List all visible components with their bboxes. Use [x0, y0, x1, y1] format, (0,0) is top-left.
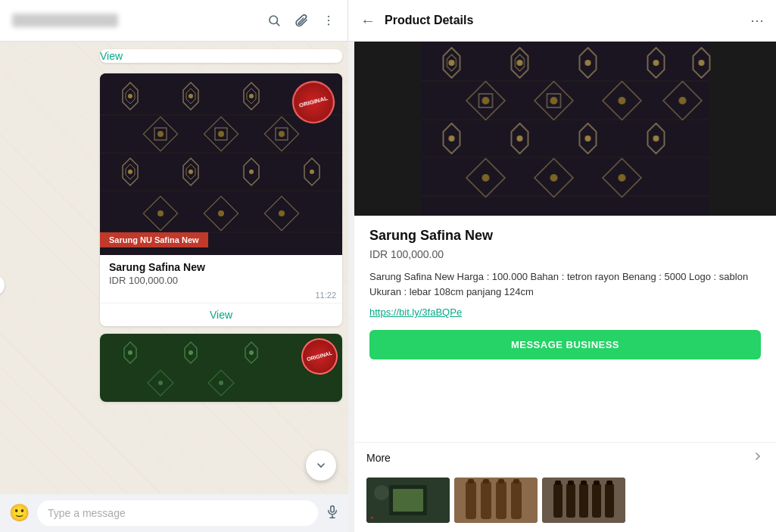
svg-point-92: [550, 174, 558, 182]
svg-point-82: [449, 135, 455, 142]
thumbnail-1[interactable]: ●: [366, 478, 450, 523]
svg-rect-102: [374, 500, 389, 519]
svg-point-37: [157, 210, 164, 216]
svg-point-56: [219, 381, 223, 385]
scroll-bottom-button[interactable]: [306, 450, 336, 481]
forward-icon[interactable]: [0, 275, 5, 296]
top-bar: ← Product Details ⋯: [0, 0, 776, 42]
svg-rect-103: [393, 489, 423, 512]
svg-point-50: [189, 350, 193, 355]
view-button[interactable]: View: [210, 309, 232, 321]
svg-rect-118: [568, 481, 574, 485]
attach-icon[interactable]: [295, 14, 308, 27]
product-detail-image: [354, 42, 776, 216]
detail-product-link[interactable]: https://bit.ly/3faBQPe: [369, 306, 761, 318]
chat-title-blurred: [12, 14, 118, 27]
svg-point-61: [449, 60, 455, 66]
product-details-more-icon[interactable]: ⋯: [750, 12, 764, 29]
product-detail-content: Sarung Safina New IDR 100,000.00 Sarung …: [354, 216, 776, 442]
more-label: More: [366, 452, 391, 464]
top-view-row: View: [6, 49, 342, 63]
svg-point-76: [550, 97, 558, 104]
svg-point-68: [653, 60, 659, 66]
svg-rect-109: [483, 479, 489, 484]
chat-panel: View: [0, 42, 348, 532]
svg-rect-110: [496, 481, 506, 519]
message-business-button[interactable]: MESSAGE BUSINESS: [369, 330, 761, 359]
svg-rect-124: [606, 481, 612, 485]
svg-point-14: [249, 94, 254, 98]
chat-header-icons: [267, 14, 335, 27]
svg-point-2: [328, 16, 329, 17]
svg-point-22: [218, 131, 224, 137]
svg-point-33: [249, 170, 254, 174]
product-details-header: ← Product Details ⋯: [348, 0, 776, 41]
product-info: Sarung Safina New IDR 100,000.00: [100, 255, 342, 291]
green-product-card: ORIGINAL: [100, 334, 342, 402]
svg-rect-112: [511, 481, 522, 519]
top-view-btn-row: View: [100, 49, 342, 63]
view-btn-row: View: [100, 303, 342, 326]
product-image-container: ORIGINAL Sarung NU Safina New: [100, 73, 342, 255]
svg-point-70: [699, 60, 705, 66]
svg-point-88: [653, 135, 659, 142]
more-chevron-icon: [752, 450, 764, 465]
svg-rect-115: [553, 484, 563, 518]
chat-scroll[interactable]: View: [0, 42, 348, 494]
emoji-button[interactable]: 🙂: [9, 503, 30, 523]
svg-rect-108: [481, 481, 491, 519]
svg-point-4: [328, 23, 329, 25]
svg-point-41: [279, 210, 285, 216]
svg-point-73: [482, 97, 490, 104]
svg-point-86: [585, 135, 591, 142]
svg-point-48: [128, 350, 132, 355]
svg-point-64: [517, 60, 523, 66]
svg-rect-119: [579, 484, 588, 518]
detail-product-name: Sarung Safina New: [369, 228, 761, 244]
svg-point-11: [189, 94, 193, 98]
product-message-wrapper: ORIGINAL Sarung NU Safina New Sarung Saf…: [6, 73, 342, 326]
search-icon[interactable]: [267, 14, 281, 27]
svg-text:●: ●: [370, 515, 373, 520]
svg-point-19: [157, 131, 164, 137]
svg-point-54: [158, 381, 163, 385]
more-thumbnails: ●: [354, 473, 776, 532]
sarung-label: Sarung NU Safina New: [100, 232, 208, 247]
svg-point-94: [619, 174, 626, 182]
product-price: IDR 100,000.00: [109, 275, 333, 286]
svg-rect-107: [468, 479, 474, 484]
more-section[interactable]: More: [354, 442, 776, 473]
svg-rect-111: [498, 479, 504, 484]
message-timestamp: 11:22: [100, 291, 342, 303]
detail-product-price: IDR 100,000.00: [369, 248, 761, 260]
mic-button[interactable]: [326, 505, 339, 522]
svg-rect-116: [555, 481, 561, 485]
top-view-button[interactable]: View: [100, 50, 123, 62]
green-card-wrapper: ORIGINAL: [6, 334, 342, 402]
message-input[interactable]: [37, 500, 318, 526]
svg-point-101: [374, 485, 389, 500]
main-content: View: [0, 42, 776, 532]
product-details-panel: Sarung Safina New IDR 100,000.00 Sarung …: [354, 42, 776, 532]
svg-rect-58: [422, 42, 709, 216]
panel-divider: [348, 42, 354, 532]
product-card: ORIGINAL Sarung NU Safina New Sarung Saf…: [100, 73, 342, 326]
back-button[interactable]: ←: [360, 12, 376, 30]
chat-more-icon[interactable]: [322, 14, 335, 27]
svg-point-35: [310, 170, 314, 174]
svg-rect-117: [566, 484, 575, 518]
detail-product-description: Sarung Safina New Harga : 100.000 Bahan …: [369, 269, 761, 299]
svg-point-25: [279, 131, 285, 137]
thumbnail-3[interactable]: [542, 478, 625, 523]
svg-point-78: [619, 97, 626, 104]
svg-point-90: [482, 174, 490, 182]
svg-point-66: [585, 60, 591, 66]
svg-rect-121: [592, 484, 601, 518]
svg-rect-57: [331, 506, 335, 512]
thumbnail-2[interactable]: [454, 478, 538, 523]
product-details-title: Product Details: [385, 14, 750, 27]
svg-rect-120: [581, 481, 587, 485]
svg-point-8: [128, 94, 132, 98]
product-name: Sarung Safina New: [109, 261, 333, 273]
svg-point-80: [679, 97, 687, 104]
